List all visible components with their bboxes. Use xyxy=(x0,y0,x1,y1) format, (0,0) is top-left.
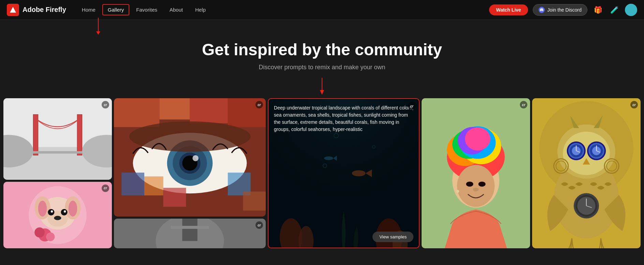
nav-help[interactable]: Help xyxy=(190,4,211,15)
svg-rect-29 xyxy=(159,98,190,119)
svg-rect-30 xyxy=(190,98,228,123)
svg-rect-40 xyxy=(163,188,186,207)
watermark-underwater: cr xyxy=(408,102,415,110)
gallery-item-owl[interactable]: cr xyxy=(532,98,641,248)
user-avatar[interactable] xyxy=(625,4,637,16)
svg-rect-38 xyxy=(121,173,144,195)
hero-section: Get inspired by the community Discover p… xyxy=(0,20,644,85)
svg-rect-42 xyxy=(243,192,266,211)
svg-point-17 xyxy=(69,201,77,217)
hero-title: Get inspired by the community xyxy=(0,40,644,59)
prompt-text-container: Deep underwater tropical landscape with … xyxy=(274,104,413,133)
watermark-bridge: cr xyxy=(102,101,109,108)
svg-rect-6 xyxy=(33,115,38,155)
watermark-dog: cr xyxy=(102,185,109,192)
svg-point-25 xyxy=(34,227,45,237)
svg-point-19 xyxy=(54,216,61,220)
eye-image xyxy=(114,98,266,217)
svg-rect-28 xyxy=(114,98,160,127)
app-logo[interactable]: Adobe Firefly xyxy=(7,4,66,16)
discord-button[interactable]: Join the Discord xyxy=(533,4,587,16)
gallery-item-eye[interactable]: cr xyxy=(114,98,266,217)
svg-point-43 xyxy=(129,121,250,152)
flask-icon: 🧪 xyxy=(610,6,619,14)
gallery-column-4: cr xyxy=(422,98,530,248)
prompt-overlay: Deep underwater tropical landscape with … xyxy=(268,99,419,248)
nav-right: Watch Live Join the Discord 🎁 🧪 xyxy=(489,4,637,16)
watermark-eye: cr xyxy=(255,101,263,108)
woman-image xyxy=(422,98,530,248)
abstract-image xyxy=(114,219,266,248)
gift-icon: 🎁 xyxy=(594,6,602,14)
gallery-item-bridge[interactable]: cr xyxy=(3,98,112,180)
view-samples-button[interactable]: View samples xyxy=(372,232,413,242)
svg-rect-47 xyxy=(171,226,209,229)
gallery-grid: cr xyxy=(0,98,644,248)
gallery-item-underwater[interactable]: Deep underwater tropical landscape with … xyxy=(268,98,420,248)
svg-marker-2 xyxy=(320,90,324,95)
svg-point-23 xyxy=(64,210,66,212)
watermark-woman: cr xyxy=(520,101,527,108)
svg-point-75 xyxy=(456,190,459,193)
hero-subtitle: Discover prompts to remix and make your … xyxy=(0,64,644,71)
svg-point-22 xyxy=(51,210,53,212)
bridge-image xyxy=(3,98,112,180)
logo-icon xyxy=(7,4,19,16)
svg-rect-46 xyxy=(182,219,197,241)
gallery-column-3: Deep underwater tropical landscape with … xyxy=(268,98,420,248)
svg-point-26 xyxy=(46,232,55,241)
gallery-column-1: cr xyxy=(3,98,112,248)
svg-point-70 xyxy=(465,127,490,150)
nav-links: Home Gallery Favorites About Help xyxy=(76,4,489,15)
nav-about[interactable]: About xyxy=(164,4,188,15)
gallery-item-dog[interactable]: cr xyxy=(3,182,112,248)
svg-point-16 xyxy=(38,201,47,217)
svg-point-37 xyxy=(192,155,199,161)
owl-image xyxy=(532,98,641,248)
svg-point-74 xyxy=(473,188,479,191)
nav-favorites[interactable]: Favorites xyxy=(131,4,163,15)
gallery-column-5: cr xyxy=(532,98,641,248)
svg-marker-0 xyxy=(10,7,16,13)
prompt-faded: hyper-realistic xyxy=(333,127,363,132)
svg-point-73 xyxy=(479,181,486,187)
svg-point-72 xyxy=(466,181,473,187)
watch-live-button[interactable]: Watch Live xyxy=(489,4,528,15)
nav-home[interactable]: Home xyxy=(76,4,101,15)
svg-rect-7 xyxy=(77,115,82,155)
gift-button[interactable]: 🎁 xyxy=(592,4,604,16)
discord-icon xyxy=(539,7,545,13)
svg-rect-39 xyxy=(144,176,163,195)
svg-point-71 xyxy=(457,165,495,207)
gallery-column-2: cr cr xyxy=(114,98,266,248)
nav-gallery[interactable]: Gallery xyxy=(102,4,130,15)
dog-image xyxy=(3,182,112,248)
watermark-owl: cr xyxy=(630,101,638,108)
flask-button[interactable]: 🧪 xyxy=(609,4,620,16)
app-name: Adobe Firefly xyxy=(23,6,66,14)
discord-label: Join the Discord xyxy=(547,7,582,13)
navbar: Adobe Firefly Home Gallery Favorites Abo… xyxy=(0,0,644,20)
gallery-item-abstract[interactable]: cr xyxy=(114,219,266,248)
gallery-item-woman[interactable]: cr xyxy=(422,98,530,248)
